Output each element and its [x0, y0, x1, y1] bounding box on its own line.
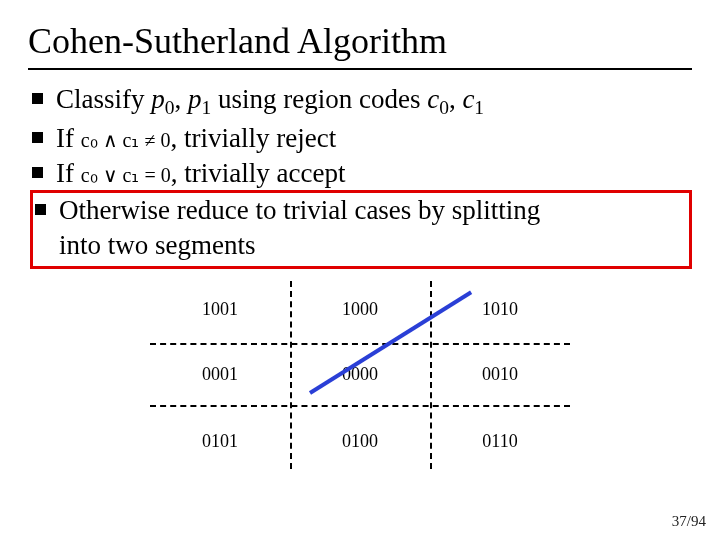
slide-title: Cohen-Sutherland Algorithm — [28, 20, 692, 62]
text: Classify — [56, 84, 151, 114]
text: , trivially accept — [171, 158, 346, 188]
code-bot-center: 0100 — [342, 431, 378, 452]
text: , — [174, 84, 188, 114]
formula-accept: c₀ ∨ c₁ = 0 — [81, 163, 171, 189]
sub: 1 — [474, 97, 484, 118]
bullet-otherwise-highlighted: Otherwise reduce to trivial cases by spl… — [30, 190, 692, 269]
clip-right-edge — [430, 281, 432, 469]
text: , — [449, 84, 463, 114]
text: If — [56, 158, 81, 188]
sub: 0 — [439, 97, 449, 118]
var-p1: p — [188, 84, 202, 114]
bullet-classify: Classify p0, p1 using region codes c0, c… — [30, 82, 692, 121]
title-rule — [28, 68, 692, 70]
bullet-reject: If c₀ ∧ c₁ ≠ 0, trivially reject — [30, 121, 692, 156]
text: , trivially reject — [170, 123, 336, 153]
code-mid-right: 0010 — [482, 364, 518, 385]
text: Otherwise reduce to trivial cases by spl… — [59, 195, 540, 225]
code-top-right: 1010 — [482, 299, 518, 320]
code-bot-right: 0110 — [482, 431, 517, 452]
clip-top-edge — [150, 343, 570, 345]
page-number: 37/94 — [672, 513, 706, 530]
text: into two segments — [59, 230, 256, 260]
text: If — [56, 123, 81, 153]
clip-bottom-edge — [150, 405, 570, 407]
text: using region codes — [211, 84, 427, 114]
clip-left-edge — [290, 281, 292, 469]
code-mid-left: 0001 — [202, 364, 238, 385]
bullet-accept: If c₀ ∨ c₁ = 0, trivially accept — [30, 156, 692, 191]
var-p0: p — [151, 84, 165, 114]
var-c1: c — [462, 84, 474, 114]
code-top-center: 1000 — [342, 299, 378, 320]
bullet-list: Classify p0, p1 using region codes c0, c… — [30, 82, 692, 269]
code-bot-left: 0101 — [202, 431, 238, 452]
code-top-left: 1001 — [202, 299, 238, 320]
sub: 1 — [201, 97, 211, 118]
var-c0: c — [427, 84, 439, 114]
region-code-diagram: 1001 1000 1010 0001 0000 0010 0101 0100 … — [150, 281, 570, 469]
formula-reject: c₀ ∧ c₁ ≠ 0 — [81, 128, 171, 154]
